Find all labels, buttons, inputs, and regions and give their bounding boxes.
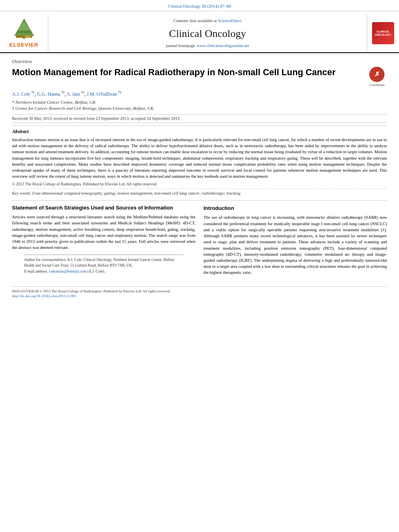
- keywords-label: Key words:: [12, 191, 31, 195]
- footer-doi-link[interactable]: http://dx.doi.org/10.1016/j.clon.2013.11…: [12, 294, 76, 298]
- abstract-body: Intrafraction tumour motion is an issue …: [12, 137, 387, 180]
- affiliation-1: * Northern Ireland Cancer Centre, Belfas…: [12, 99, 387, 105]
- page-footer: 0936-6555/$36.00 © 2013 The Royal Colleg…: [12, 286, 387, 301]
- right-column: Introduction The use of radiotherapy in …: [204, 205, 387, 278]
- affiliation-2: † Centre for Cancer Research and Cell Bi…: [12, 105, 387, 111]
- article-title: Motion Management for Radical Radiothera…: [12, 67, 360, 78]
- overview-label: Overview: [12, 58, 387, 65]
- left-section-heading: Statement of Search Strategies Used and …: [12, 205, 195, 212]
- contents-line: Contents lists available at ScienceDirec…: [173, 18, 241, 24]
- author-jain[interactable]: S. Jain: [67, 91, 80, 97]
- svg-rect-6: [25, 35, 31, 38]
- elsevier-text: ELSEVIER: [9, 41, 38, 49]
- intro-heading: Introduction: [204, 205, 387, 212]
- abstract-title: Abstract: [12, 128, 387, 135]
- author-hanna[interactable]: G.G. Hanna: [37, 91, 60, 97]
- svg-marker-3: [17, 21, 31, 31]
- copyright-line: © 2013 The Royal College of Radiologists…: [12, 181, 387, 187]
- author-cole[interactable]: A.J. Cole: [12, 91, 30, 97]
- header-center: Contents lists available at ScienceDirec…: [48, 14, 367, 52]
- homepage-label-text: journal homepage:: [166, 43, 197, 48]
- oncology-badge: CLINICALONCOLOGY: [372, 22, 394, 44]
- journal-homepage: journal homepage: www.clinicaloncologyon…: [166, 43, 249, 49]
- article-title-row: Motion Management for Radical Radiothera…: [12, 67, 387, 87]
- page: Clinical Oncology 26 (2014) 67–80 ELSEVI…: [0, 0, 399, 532]
- journal-name: Clinical Oncology: [169, 27, 246, 41]
- crossmark-badge: ✗ CrossMark: [367, 67, 387, 87]
- footnote-area: Author for correspondence: A.J. Cole, Cl…: [24, 255, 183, 277]
- left-column: Statement of Search Strategies Used and …: [12, 205, 195, 278]
- elsevier-logo-area: ELSEVIER: [0, 14, 48, 52]
- footnote-email-author: (A.J. Cole).: [87, 269, 105, 273]
- footnote-email-line: E-mail address: coleaklan@hotmail.com (A…: [24, 269, 183, 274]
- author-osullivan[interactable]: J.M. O'Sullivan: [87, 91, 117, 97]
- svg-rect-5: [17, 35, 24, 38]
- authors-line: A.J. Cole *†, G.G. Hanna *†, S. Jain *†,…: [12, 90, 387, 98]
- journal-header: ELSEVIER Contents lists available at Sci…: [0, 11, 399, 53]
- abstract-section: Abstract Intrafraction tumour motion is …: [12, 125, 387, 196]
- right-body-text: The use of radiotherapy in lung cancer i…: [204, 214, 387, 275]
- badge-text: CLINICALONCOLOGY: [375, 30, 391, 37]
- email-label: E-mail address:: [24, 269, 48, 273]
- keywords-line: Key words: Four-dimensional computed tom…: [12, 189, 387, 197]
- contents-label: Contents lists available at: [173, 18, 217, 23]
- crossmark-icon: ✗: [369, 67, 385, 82]
- footnote-label: Author for correspondence:: [24, 258, 66, 262]
- affiliations: * Northern Ireland Cancer Centre, Belfas…: [12, 99, 387, 112]
- received-dates-line: Received 30 May 2013; received in revise…: [12, 114, 387, 123]
- left-body-text: Articles were sourced through a structur…: [12, 214, 195, 251]
- journal-reference: Clinical Oncology 26 (2014) 67–80: [0, 0, 399, 11]
- journal-ref-text: Clinical Oncology 26 (2014) 67–80: [168, 4, 231, 8]
- sciencedirect-link[interactable]: ScienceDirect: [218, 18, 242, 23]
- article-content: Overview Motion Management for Radical R…: [0, 53, 399, 283]
- keywords-text: Four-dimensional computed tomography; ga…: [32, 191, 240, 195]
- crossmark-label: CrossMark: [369, 83, 385, 87]
- homepage-link[interactable]: www.clinicaloncologyonline.net: [197, 43, 249, 48]
- footnote-email-link[interactable]: coleaklan@hotmail.com: [49, 269, 86, 273]
- two-column-body: Statement of Search Strategies Used and …: [12, 200, 387, 278]
- elsevier-tree-icon: [10, 18, 38, 40]
- footer-issn: 0936-6555/$36.00 © 2013 The Royal Colleg…: [12, 289, 171, 299]
- footer-copyright: 0936-6555/$36.00 © 2013 The Royal Colleg…: [12, 289, 171, 294]
- footnote-correspondence: Author for correspondence: A.J. Cole, Cl…: [24, 257, 183, 268]
- header-right-logo: CLINICALONCOLOGY: [367, 14, 399, 52]
